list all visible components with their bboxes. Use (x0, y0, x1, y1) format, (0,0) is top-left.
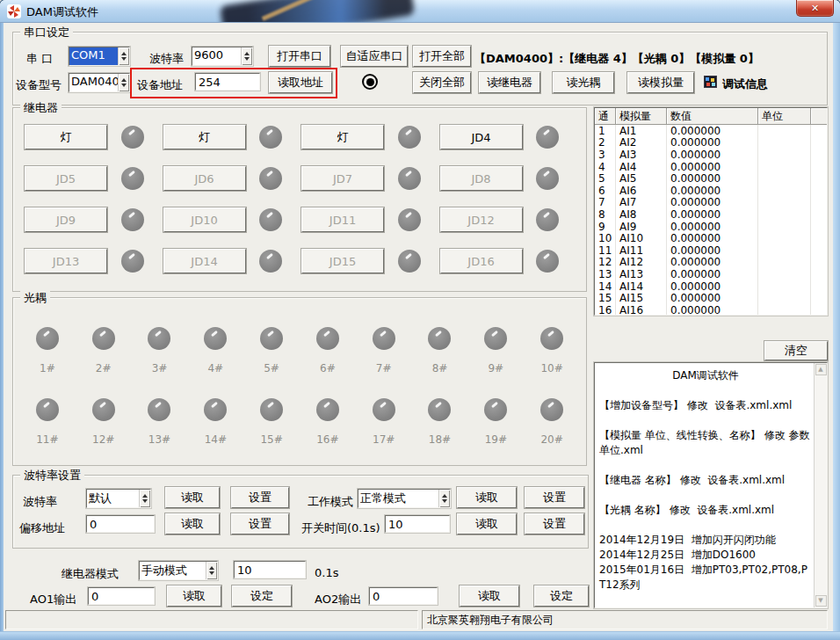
clear-log-button[interactable]: 清空 (764, 341, 828, 360)
work-mode-read-button[interactable]: 读取 (457, 487, 517, 508)
port-combobox[interactable]: COM1 (69, 47, 130, 66)
relay-button-13[interactable]: JD13 (25, 249, 107, 273)
baud-combobox[interactable]: 9600 (192, 47, 253, 66)
open-all-button[interactable]: 打开全部 (413, 46, 471, 67)
offset-address-input[interactable] (86, 515, 155, 533)
table-row[interactable]: 13AI130.000000 (595, 268, 827, 280)
relay-button-10[interactable]: JD10 (163, 207, 246, 232)
scroll-down-icon[interactable]: ▼ (815, 595, 827, 607)
read-address-button[interactable]: 读取地址 (269, 72, 332, 93)
table-cell-filler (811, 221, 827, 233)
relay-button-2[interactable]: 灯 (163, 125, 246, 149)
work-mode-set-button[interactable]: 设置 (525, 487, 584, 508)
baudrate-set-button[interactable]: 设置 (231, 487, 289, 508)
relay-button-1[interactable]: 灯 (25, 125, 107, 149)
table-row[interactable]: 10AI100.000000 (595, 232, 827, 244)
table-header-cell[interactable]: 数值 (667, 108, 758, 124)
baudrate-combobox[interactable]: 默认 (86, 489, 151, 508)
switch-time-read-button[interactable]: 读取 (457, 513, 517, 535)
opto-label: 9# (488, 362, 503, 375)
relay-button-14[interactable]: JD14 (163, 249, 246, 273)
chevron-down-icon[interactable] (139, 490, 150, 507)
debug-info-label[interactable]: 调试信息 (722, 76, 768, 92)
table-row[interactable]: 6AI60.000000 (595, 185, 827, 197)
table-cell: AI5 (616, 172, 667, 185)
switch-time-set-button[interactable]: 设置 (525, 513, 584, 535)
table-cell: AI7 (616, 197, 667, 209)
table-row[interactable]: 16AI160.000000 (595, 304, 827, 316)
relay-button-3[interactable]: 灯 (301, 125, 384, 149)
baudrate-value: 默认 (87, 490, 139, 507)
table-row[interactable]: 11AI110.000000 (595, 244, 827, 257)
opto-indicator-knob (204, 327, 227, 350)
table-row[interactable]: 4AI40.000000 (595, 161, 827, 173)
relay-button-6[interactable]: JD6 (163, 166, 246, 191)
auto-serial-button[interactable]: 自适应串口 (341, 46, 408, 67)
work-mode-combobox[interactable]: 正常模式 (358, 489, 451, 508)
opto-group-legend: 光耦 (20, 290, 50, 306)
table-cell-filler (811, 232, 827, 244)
read-relay-button[interactable]: 读继电器 (479, 72, 540, 93)
table-row[interactable]: 7AI70.000000 (595, 197, 827, 209)
ao1-set-button[interactable]: 设定 (232, 585, 292, 607)
chevron-down-icon[interactable] (438, 490, 450, 507)
debug-info-icon[interactable] (704, 76, 717, 88)
ao1-input[interactable] (88, 587, 155, 605)
opto-cell: 20# (524, 398, 580, 446)
relay-button-15[interactable]: JD15 (301, 249, 384, 273)
scroll-up-icon[interactable]: ▲ (815, 364, 827, 375)
log-scrollbar[interactable]: ▲ ▼ (814, 363, 827, 607)
model-combobox[interactable]: DAM0400 (69, 73, 130, 92)
opto-cell: 1# (19, 327, 76, 375)
chevron-down-icon[interactable] (206, 562, 217, 579)
relay-indicator-knob (121, 126, 144, 149)
table-row[interactable]: 2AI20.000000 (595, 137, 827, 149)
table-header-cell[interactable]: 单位 (758, 108, 811, 124)
ao1-read-button[interactable]: 读取 (167, 585, 221, 607)
table-cell (758, 304, 811, 316)
relay-button-9[interactable]: JD9 (25, 207, 107, 232)
ao2-set-button[interactable]: 设定 (534, 585, 589, 607)
chevron-down-icon[interactable] (118, 47, 129, 65)
offset-read-button[interactable]: 读取 (165, 513, 220, 535)
table-cell: AI8 (616, 208, 667, 221)
table-row[interactable]: 14AI140.000000 (595, 280, 827, 293)
relay-button-4[interactable]: JD4 (440, 125, 523, 149)
table-row[interactable]: 3AI30.000000 (595, 149, 827, 161)
relay-indicator-knob (121, 250, 144, 273)
offset-set-button[interactable]: 设置 (231, 513, 289, 535)
table-row[interactable]: 5AI50.000000 (595, 172, 827, 185)
table-row[interactable]: 9AI90.000000 (595, 221, 827, 233)
relay-button-7[interactable]: JD7 (301, 166, 384, 191)
relay-button-16[interactable]: JD16 (440, 249, 523, 273)
read-opto-button[interactable]: 读光耦 (553, 72, 614, 93)
chevron-down-icon[interactable] (241, 47, 252, 65)
ao2-input[interactable] (369, 587, 438, 605)
table-row[interactable]: 8AI80.000000 (595, 208, 827, 221)
chevron-down-icon[interactable] (118, 74, 129, 91)
table-cell-filler (811, 161, 827, 173)
address-input[interactable] (195, 73, 260, 91)
table-header-cell[interactable]: 模拟量 (616, 108, 667, 124)
close-button[interactable]: ✕ (796, 0, 834, 17)
table-row[interactable]: 1AI10.000000 (595, 125, 827, 137)
table-row[interactable]: 12AI120.000000 (595, 257, 827, 269)
relay-mode-time-input[interactable] (234, 561, 306, 578)
relay-button-12[interactable]: JD12 (440, 207, 523, 232)
close-all-button[interactable]: 关闭全部 (413, 72, 471, 93)
read-analog-button[interactable]: 读模拟量 (627, 72, 694, 93)
table-header-cell[interactable]: 通 (595, 108, 616, 124)
switch-time-input[interactable] (385, 515, 450, 533)
opto-cell: 13# (132, 398, 188, 446)
relay-button-8[interactable]: JD8 (440, 166, 523, 191)
window-border-right (833, 23, 840, 631)
relay-button-5[interactable]: JD5 (25, 166, 107, 191)
relay-mode-combobox[interactable]: 手动模式 (139, 561, 218, 580)
ao2-read-button[interactable]: 读取 (460, 585, 519, 607)
company-name: 北京聚英翱翔电子有限公司 (427, 613, 554, 628)
baudrate-read-button[interactable]: 读取 (165, 487, 220, 508)
table-row[interactable]: 15AI150.000000 (595, 292, 827, 304)
relay-button-11[interactable]: JD11 (301, 207, 384, 232)
open-serial-button[interactable]: 打开串口 (269, 46, 330, 67)
opto-indicator-knob (428, 398, 451, 421)
